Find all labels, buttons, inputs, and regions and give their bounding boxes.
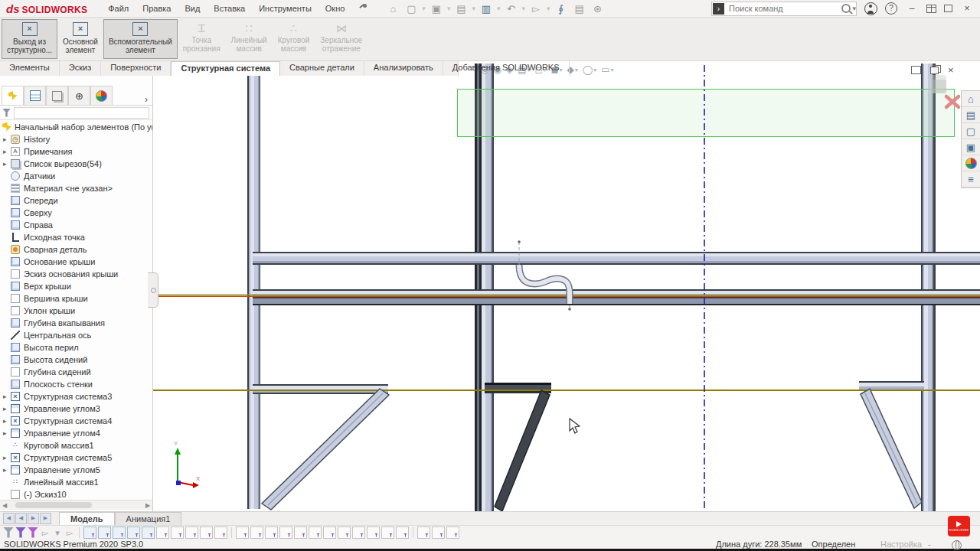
tree-item-roof-top[interactable]: Верх крыши xyxy=(0,280,152,292)
tree-item-corner-management5[interactable]: ▸Управление углом5 xyxy=(0,464,152,476)
last-tab-icon[interactable]: ▶ xyxy=(40,513,51,524)
filter-weld-beads-button[interactable] xyxy=(338,527,351,539)
tree-item-annotations[interactable]: ▸Примечания xyxy=(0,145,152,158)
clear-filters-icon[interactable] xyxy=(15,527,26,538)
attach-icon[interactable]: ∮ xyxy=(554,3,569,15)
tree-item-sketch10[interactable]: (-) Эскиз10 xyxy=(0,488,152,500)
tree-root-item[interactable]: Начальный набор элементов (По умо xyxy=(0,120,152,133)
search-dropdown-icon[interactable]: ▾ xyxy=(852,5,856,12)
command-search[interactable]: › ▾ xyxy=(711,2,857,16)
home-icon[interactable]: ⌂ xyxy=(385,3,400,15)
doc-minimize-icon[interactable] xyxy=(911,66,921,74)
dropdown-caret-icon[interactable]: ▾ xyxy=(447,5,451,12)
bench-seat-middle[interactable] xyxy=(485,383,551,393)
tree-item-roof-base-sketch[interactable]: Эскиз основания крыши xyxy=(0,268,152,280)
rebuild-icon[interactable]: ▤ xyxy=(572,3,587,15)
filter-sketch-segments-button[interactable] xyxy=(250,527,263,539)
menu-tools[interactable]: Инструменты xyxy=(252,4,318,13)
model-tab[interactable]: Модель xyxy=(59,512,115,525)
tree-horizontal-scrollbar[interactable]: ◀ ▶ xyxy=(0,500,152,510)
tab-evaluate[interactable]: Анализировать xyxy=(364,61,443,76)
tab-features[interactable]: Элементы xyxy=(0,61,60,76)
tree-item-structural-system5[interactable]: ▸Структурная система5 xyxy=(0,452,152,464)
property-manager-tab[interactable] xyxy=(24,86,46,105)
tree-item-circular-pattern1[interactable]: Круговой массив1 xyxy=(0,439,152,452)
select-cursor-icon[interactable]: ▻ xyxy=(40,527,51,538)
tree-item-roof-slope[interactable]: Уклон крыши xyxy=(0,305,152,317)
filter-planes-button[interactable] xyxy=(171,527,184,539)
sketch-line-selected-orange[interactable] xyxy=(157,295,980,297)
home-tab-icon[interactable]: ⌂ xyxy=(962,91,980,107)
tree-item-dig-depth[interactable]: Глубина вкапывания xyxy=(0,317,152,329)
search-input[interactable] xyxy=(727,3,841,14)
animation-tab[interactable]: Анимация1 xyxy=(115,512,182,525)
scroll-left-icon[interactable]: ◀ xyxy=(0,502,9,509)
tree-item-right-plane[interactable]: Справа xyxy=(0,219,152,231)
sketch-line-olive[interactable] xyxy=(153,390,980,391)
filter-origins-button[interactable] xyxy=(185,527,198,539)
user-account-icon[interactable] xyxy=(864,2,877,15)
panel-splitter-handle[interactable] xyxy=(148,272,158,308)
tree-item-rail-height[interactable]: Высота перил xyxy=(0,341,152,354)
tolerance-globe-icon[interactable] xyxy=(952,540,962,550)
select-dropdown-icon[interactable]: ▾ xyxy=(52,527,63,538)
configuration-manager-tab[interactable] xyxy=(46,86,68,105)
filter-midpoints-button[interactable] xyxy=(265,527,278,539)
window-minimize-button[interactable]: – xyxy=(905,3,919,14)
settings-label[interactable]: Настройка xyxy=(880,540,922,549)
dropdown-caret-icon[interactable]: ▾ xyxy=(497,5,501,12)
dropdown-caret-icon[interactable]: ▾ xyxy=(521,5,525,12)
tree-item-linear-pattern1[interactable]: Линейный массив1 xyxy=(0,476,152,488)
tree-item-corner-management3[interactable]: ▸Управление углом3 xyxy=(0,403,152,415)
design-library-icon[interactable]: ▤ xyxy=(962,107,980,123)
secondary-member-button[interactable]: × Вспомогательный элемент xyxy=(103,19,178,59)
filter-funnel-icon[interactable] xyxy=(2,109,11,117)
tree-item-weldment[interactable]: Сварная деталь xyxy=(0,243,152,256)
tree-item-front-plane[interactable]: Спереди xyxy=(0,194,152,207)
filter-connection-points-button[interactable] xyxy=(432,527,445,539)
tree-item-top-plane[interactable]: Сверху xyxy=(0,207,152,219)
appearances-icon[interactable] xyxy=(962,155,980,171)
sketch-line-green[interactable] xyxy=(157,294,980,295)
filter-axes-button[interactable] xyxy=(156,527,169,539)
filter-edges-button[interactable] xyxy=(98,527,111,539)
first-tab-icon[interactable]: ◀ xyxy=(3,513,15,524)
filter-blocks-button[interactable] xyxy=(417,527,430,539)
window-maximize-button[interactable] xyxy=(926,5,936,13)
frame-rail-upper[interactable] xyxy=(253,252,980,265)
frame-rail-lower[interactable] xyxy=(253,289,980,305)
menu-view[interactable]: Вид xyxy=(178,4,207,13)
tree-item-seat-height[interactable]: Высота сидений xyxy=(0,354,152,366)
filter-vertices-button[interactable] xyxy=(83,527,96,539)
filter-toggle-icon[interactable] xyxy=(3,527,14,538)
tree-item-origin[interactable]: Исходная точка xyxy=(0,231,152,243)
primary-member-button[interactable]: × Основной элемент xyxy=(57,19,103,59)
tree-item-roof-peak[interactable]: Вершина крыши xyxy=(0,292,152,305)
filter-geometric-tolerances-button[interactable] xyxy=(381,527,394,539)
magnified-selection-icon[interactable]: ▻ xyxy=(64,527,75,538)
filter-surface-finish-button[interactable] xyxy=(367,527,380,539)
filter-coordinate-systems-button[interactable] xyxy=(200,527,213,539)
filter-dimensions-button[interactable] xyxy=(294,527,307,539)
tree-item-structural-system4[interactable]: ▸Структурная система4 xyxy=(0,415,152,427)
filter-surface-bodies-button[interactable] xyxy=(127,527,140,539)
filter-faces-button[interactable] xyxy=(113,527,126,539)
sketch-point[interactable] xyxy=(568,308,571,311)
doc-close-icon[interactable]: × xyxy=(948,64,954,76)
dropdown-caret-icon[interactable]: ▾ xyxy=(422,5,426,12)
active-filter-icon[interactable] xyxy=(28,527,38,538)
bench-brace-middle[interactable] xyxy=(495,390,550,511)
search-icon[interactable] xyxy=(841,4,851,13)
feature-manager-tab[interactable] xyxy=(2,86,24,105)
tree-item-material[interactable]: Материал <не указан> xyxy=(0,182,152,194)
window-close-button[interactable]: × xyxy=(960,3,974,14)
open-icon[interactable]: ▣ xyxy=(429,3,444,15)
file-explorer-icon[interactable]: ▢ xyxy=(962,123,980,139)
tree-item-roof-base[interactable]: Основание крыши xyxy=(0,256,152,268)
help-icon[interactable]: ? xyxy=(885,2,897,15)
filter-reference-points-button[interactable] xyxy=(214,527,227,539)
tree-item-corner-management4[interactable]: ▸Управление углом4 xyxy=(0,427,152,439)
filter-routing-points-button[interactable] xyxy=(446,527,459,539)
print-icon[interactable]: ▥ xyxy=(479,3,494,15)
tree-item-wall-plane[interactable]: Плоскость стенки xyxy=(0,378,152,390)
